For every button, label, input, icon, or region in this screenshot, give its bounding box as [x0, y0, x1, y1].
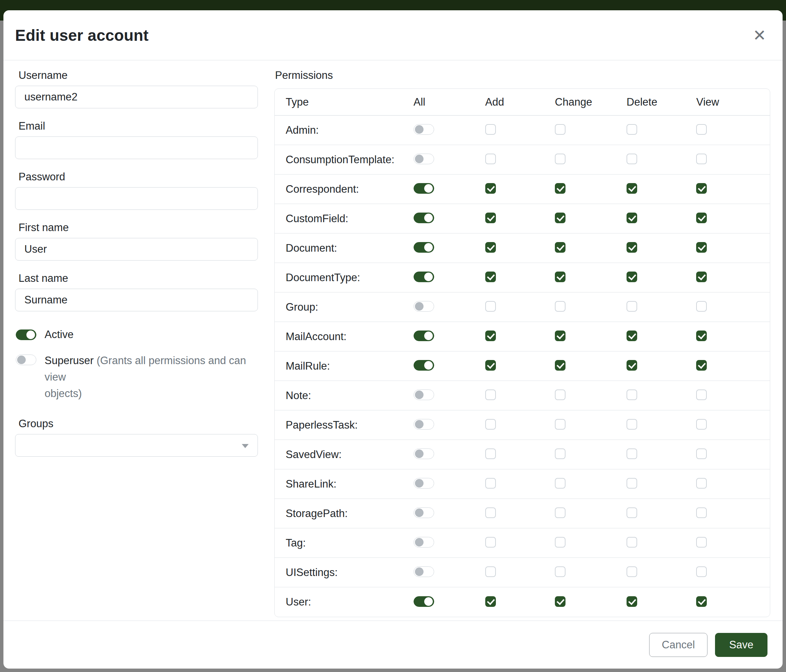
permission-delete-checkbox[interactable]: [627, 419, 637, 430]
permission-all-toggle[interactable]: [413, 596, 434, 607]
permission-all-toggle[interactable]: [413, 213, 434, 223]
permission-view-checkbox[interactable]: [696, 567, 707, 577]
permission-view-checkbox[interactable]: [696, 537, 707, 548]
last-name-field[interactable]: [15, 289, 258, 311]
permission-change-checkbox[interactable]: [555, 272, 566, 282]
permission-add-checkbox[interactable]: [485, 449, 496, 459]
active-toggle[interactable]: [16, 330, 36, 340]
permission-all-toggle[interactable]: [413, 242, 434, 253]
permission-view-checkbox[interactable]: [696, 331, 707, 341]
permission-add-checkbox[interactable]: [485, 360, 496, 371]
permission-view-checkbox[interactable]: [696, 360, 707, 371]
permission-delete-checkbox[interactable]: [627, 507, 637, 518]
permission-delete-checkbox[interactable]: [627, 449, 637, 459]
permission-add-checkbox[interactable]: [485, 567, 496, 577]
permission-change-checkbox[interactable]: [555, 242, 566, 253]
permission-add-checkbox[interactable]: [485, 537, 496, 548]
permission-delete-checkbox[interactable]: [627, 154, 637, 164]
permission-add-checkbox[interactable]: [485, 154, 496, 164]
permission-add-checkbox[interactable]: [485, 183, 496, 194]
permission-all-toggle[interactable]: [413, 301, 434, 312]
permission-change-checkbox[interactable]: [555, 449, 566, 459]
permission-all-toggle[interactable]: [413, 389, 434, 400]
permission-all-toggle[interactable]: [413, 507, 434, 518]
permission-change-checkbox[interactable]: [555, 124, 566, 135]
permission-delete-checkbox[interactable]: [627, 537, 637, 548]
superuser-toggle[interactable]: [16, 355, 36, 365]
permission-delete-checkbox[interactable]: [627, 567, 637, 577]
permission-view-checkbox[interactable]: [696, 213, 707, 223]
permission-change-checkbox[interactable]: [555, 154, 566, 164]
permission-view-checkbox[interactable]: [696, 242, 707, 253]
permission-all-toggle[interactable]: [413, 567, 434, 577]
permission-change-checkbox[interactable]: [555, 507, 566, 518]
permission-delete-checkbox[interactable]: [627, 331, 637, 341]
permission-add-checkbox[interactable]: [485, 419, 496, 430]
permission-add-checkbox[interactable]: [485, 507, 496, 518]
permission-all-toggle[interactable]: [413, 478, 434, 488]
permission-change-checkbox[interactable]: [555, 567, 566, 577]
permission-view-checkbox[interactable]: [696, 419, 707, 430]
permission-all-toggle[interactable]: [413, 419, 434, 430]
close-button[interactable]: ✕: [750, 25, 769, 46]
permission-add-checkbox[interactable]: [485, 213, 496, 223]
permission-delete-checkbox[interactable]: [627, 478, 637, 488]
permission-change-checkbox[interactable]: [555, 389, 566, 400]
permission-delete-checkbox[interactable]: [627, 389, 637, 400]
permission-view-checkbox[interactable]: [696, 301, 707, 312]
permission-all-toggle[interactable]: [413, 154, 434, 164]
permission-all-toggle[interactable]: [413, 360, 434, 371]
permission-change-checkbox[interactable]: [555, 301, 566, 312]
permission-view-checkbox[interactable]: [696, 449, 707, 459]
permission-change-checkbox[interactable]: [555, 331, 566, 341]
permission-change-checkbox[interactable]: [555, 360, 566, 371]
permission-delete-checkbox[interactable]: [627, 124, 637, 135]
first-name-field[interactable]: [15, 238, 258, 261]
permission-add-checkbox[interactable]: [485, 272, 496, 282]
password-field[interactable]: [15, 187, 258, 210]
permission-view-checkbox[interactable]: [696, 507, 707, 518]
permission-delete-checkbox[interactable]: [627, 183, 637, 194]
permission-change-checkbox[interactable]: [555, 596, 566, 607]
permission-change-checkbox[interactable]: [555, 419, 566, 430]
permission-view-checkbox[interactable]: [696, 154, 707, 164]
permission-all-toggle[interactable]: [413, 272, 434, 282]
permission-add-checkbox[interactable]: [485, 301, 496, 312]
save-button[interactable]: Save: [715, 633, 767, 657]
permission-view-checkbox[interactable]: [696, 272, 707, 282]
permission-delete-checkbox[interactable]: [627, 301, 637, 312]
permission-delete-checkbox[interactable]: [627, 596, 637, 607]
permission-change-checkbox[interactable]: [555, 537, 566, 548]
permission-delete-checkbox[interactable]: [627, 242, 637, 253]
permission-change-checkbox[interactable]: [555, 478, 566, 488]
groups-select[interactable]: [15, 434, 258, 457]
permission-add-checkbox[interactable]: [485, 331, 496, 341]
permission-all-toggle[interactable]: [413, 537, 434, 548]
permission-delete-checkbox[interactable]: [627, 272, 637, 282]
permission-change-checkbox[interactable]: [555, 213, 566, 223]
permission-view-checkbox[interactable]: [696, 389, 707, 400]
permission-add-checkbox[interactable]: [485, 124, 496, 135]
toggle-knob: [424, 597, 433, 606]
permission-delete-checkbox[interactable]: [627, 213, 637, 223]
permission-add-checkbox[interactable]: [485, 478, 496, 488]
permission-add-checkbox[interactable]: [485, 596, 496, 607]
permission-row: StoragePath:: [275, 499, 770, 528]
permission-add-checkbox[interactable]: [485, 389, 496, 400]
permission-view-checkbox[interactable]: [696, 124, 707, 135]
permission-all-toggle[interactable]: [413, 331, 434, 341]
email-field[interactable]: [15, 137, 258, 159]
permission-change-checkbox[interactable]: [555, 183, 566, 194]
permission-row: MailAccount:: [275, 322, 770, 352]
permission-all-toggle[interactable]: [413, 449, 434, 459]
permission-all-toggle[interactable]: [413, 183, 434, 194]
cancel-button[interactable]: Cancel: [649, 633, 708, 657]
permission-add-checkbox[interactable]: [485, 242, 496, 253]
username-field[interactable]: [15, 86, 258, 108]
permission-view-checkbox[interactable]: [696, 596, 707, 607]
permissions-header-row: Type All Add Change Delete View: [275, 89, 770, 116]
permission-view-checkbox[interactable]: [696, 478, 707, 488]
permission-view-checkbox[interactable]: [696, 183, 707, 194]
permission-delete-checkbox[interactable]: [627, 360, 637, 371]
permission-all-toggle[interactable]: [413, 124, 434, 135]
